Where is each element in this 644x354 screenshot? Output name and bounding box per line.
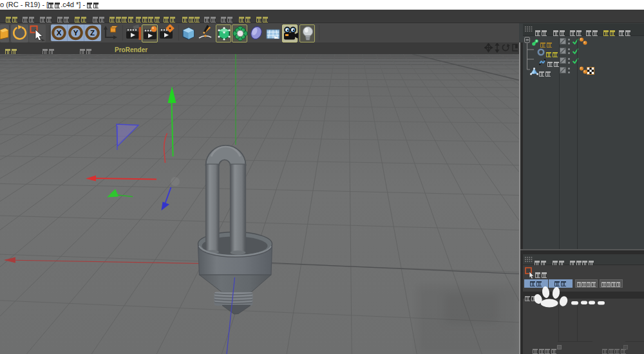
svg-text:Z: Z <box>90 29 95 37</box>
svg-text:Y: Y <box>73 29 79 37</box>
svg-text:X: X <box>57 29 62 37</box>
